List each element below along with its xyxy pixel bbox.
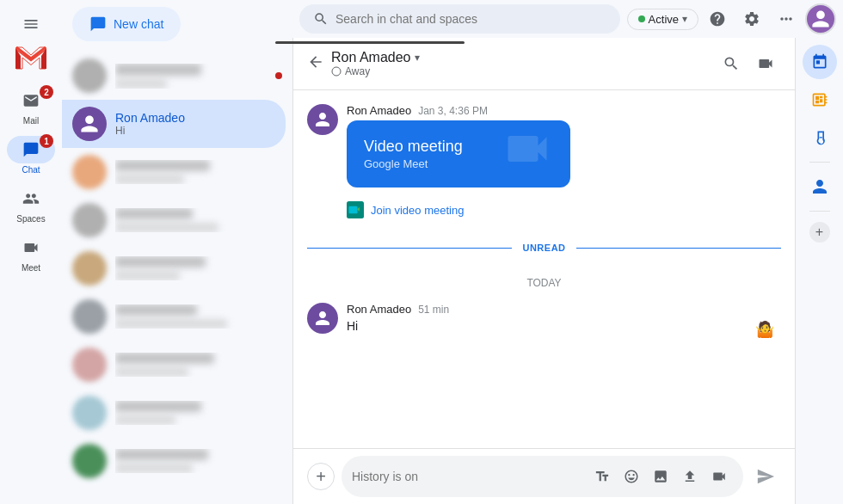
video-meeting-card[interactable]: Video meeting Google Meet	[347, 120, 570, 187]
avatar	[307, 303, 338, 334]
right-panel-keep[interactable]	[803, 120, 837, 155]
user-avatar[interactable]	[805, 3, 836, 34]
scroll-bar	[292, 41, 465, 44]
chat-info	[115, 401, 282, 425]
meet-icon	[347, 201, 364, 218]
image-button[interactable]	[647, 463, 674, 490]
right-panel-tasks[interactable]	[803, 83, 837, 117]
chat-panel: New chat Ron Amadeo Hi	[62, 0, 292, 504]
chat-name: Ron Amadeo	[115, 111, 275, 125]
avatar	[72, 155, 107, 189]
sidebar-item-mail[interactable]: 2 Mail	[0, 83, 62, 129]
list-item[interactable]	[62, 52, 292, 100]
list-item[interactable]	[62, 292, 292, 341]
settings-button[interactable]	[736, 3, 767, 34]
sender-row: Ron Amadeo 51 min	[347, 303, 781, 316]
avatar	[72, 58, 107, 93]
send-button[interactable]	[750, 461, 781, 492]
help-button[interactable]	[702, 3, 733, 34]
avatar	[72, 299, 107, 334]
add-attachment-button[interactable]: +	[307, 463, 335, 490]
message-sender: Ron Amadeo	[347, 303, 411, 316]
contact-status: Away	[345, 65, 370, 77]
avatar	[72, 347, 107, 382]
list-item[interactable]: Ron Amadeo Hi	[62, 100, 286, 148]
compose-input[interactable]	[352, 470, 581, 483]
back-button[interactable]	[307, 53, 324, 74]
sidebar-meet-label: Meet	[22, 263, 40, 273]
list-item[interactable]	[62, 341, 292, 389]
chat-panel-header: New chat	[62, 0, 292, 52]
unread-divider: UNREAD	[307, 243, 781, 253]
message-time: Jan 3, 4:36 PM	[418, 105, 488, 117]
apps-button[interactable]	[771, 3, 802, 34]
gmail-main: New chat Ron Amadeo Hi	[62, 0, 843, 504]
search-input[interactable]	[335, 12, 606, 26]
right-panel-divider2	[809, 211, 830, 212]
sidebar-spaces-label: Spaces	[16, 214, 45, 224]
video-button[interactable]	[705, 463, 733, 490]
avatar	[72, 203, 107, 237]
message-time: 51 min	[418, 304, 449, 316]
emoji-button[interactable]	[618, 463, 645, 490]
chat-list: Ron Amadeo Hi	[62, 52, 292, 504]
avatar	[307, 104, 338, 135]
chat-content: Ron Amadeo ▾ Away	[292, 38, 795, 504]
video-call-button[interactable]	[750, 48, 781, 79]
active-dot	[638, 15, 645, 22]
avatar	[72, 107, 107, 141]
compose-actions	[588, 463, 733, 490]
chat-info	[115, 256, 282, 280]
contact-name-row: Ron Amadeo ▾	[331, 50, 420, 65]
list-item[interactable]	[62, 389, 292, 437]
active-status-button[interactable]: Active ▾	[627, 9, 698, 30]
sidebar: 2 Mail 1 Chat Spaces Meet	[0, 0, 62, 504]
top-right-actions: Active ▾	[627, 3, 836, 34]
right-panel-calendar[interactable]	[803, 45, 837, 79]
message-group: Ron Amadeo Jan 3, 4:36 PM Video meeting …	[307, 104, 781, 225]
top-bar: Active ▾	[292, 0, 843, 38]
emoji-reaction[interactable]: 🤷	[755, 320, 774, 339]
message-text: Hi	[347, 319, 781, 333]
chat-preview: Hi	[115, 125, 275, 137]
chat-info	[115, 208, 282, 232]
right-panel-add[interactable]: +	[809, 222, 830, 243]
chat-info: Ron Amadeo Hi	[115, 111, 275, 137]
message-body: Ron Amadeo 51 min Hi	[347, 303, 781, 334]
avatar	[72, 444, 107, 478]
svg-point-0	[332, 67, 341, 76]
unread-line-right	[576, 248, 781, 249]
video-camera-icon	[501, 123, 553, 185]
chat-and-panels: Ron Amadeo ▾ Away	[292, 38, 843, 504]
list-item[interactable]	[62, 196, 292, 244]
join-meeting-button[interactable]: Join video meeting	[347, 194, 781, 225]
chat-header-left: Ron Amadeo ▾ Away	[307, 50, 420, 77]
sidebar-item-chat[interactable]: 1 Chat	[0, 132, 62, 178]
format-text-button[interactable]	[588, 463, 616, 490]
right-panel-contacts[interactable]	[803, 169, 837, 204]
chat-header: Ron Amadeo ▾ Away	[293, 38, 795, 90]
progress-bar-area	[292, 41, 795, 44]
new-chat-button[interactable]: New chat	[72, 7, 181, 41]
chat-info	[115, 304, 282, 329]
avatar	[72, 251, 107, 286]
contact-dropdown-icon[interactable]: ▾	[415, 52, 420, 64]
list-item[interactable]	[62, 148, 292, 196]
hamburger-button[interactable]	[14, 7, 48, 41]
sidebar-item-meet[interactable]: Meet	[0, 230, 62, 276]
message-sender: Ron Amadeo	[347, 104, 411, 117]
unread-indicator	[275, 72, 282, 79]
today-label: TODAY	[307, 277, 781, 289]
chat-info	[115, 449, 282, 473]
search-chat-button[interactable]	[716, 48, 747, 79]
sidebar-item-spaces[interactable]: Spaces	[0, 181, 62, 227]
list-item[interactable]	[62, 437, 292, 485]
list-item[interactable]	[62, 244, 292, 292]
unread-label: UNREAD	[522, 243, 565, 253]
unread-line-left	[307, 248, 512, 249]
compose-input-wrap[interactable]	[342, 456, 743, 497]
chat-preview	[115, 79, 167, 89]
mail-badge: 2	[40, 85, 53, 99]
search-bar[interactable]	[299, 4, 620, 34]
upload-button[interactable]	[676, 463, 704, 490]
